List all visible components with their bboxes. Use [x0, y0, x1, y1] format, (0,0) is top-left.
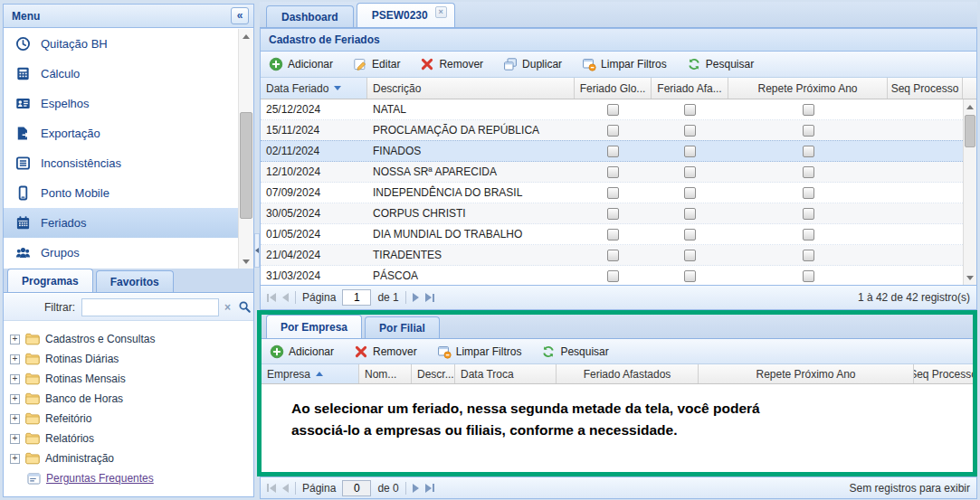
- tree-node-refeitorio[interactable]: +Refeitório: [4, 409, 253, 429]
- checkbox-feriado-afastados[interactable]: [684, 187, 696, 199]
- tree-node-relatorios[interactable]: +Relatórios: [4, 429, 253, 448]
- column-header-data-feriado[interactable]: Data Feriado: [261, 78, 367, 99]
- table-row[interactable]: 21/04/2024 TIRADENTES: [261, 245, 963, 266]
- last-page-button[interactable]: [425, 484, 434, 493]
- checkbox-feriado-global[interactable]: [607, 146, 619, 157]
- column-header-seq-processo[interactable]: Seq Processo: [914, 364, 973, 383]
- tab-psew0230[interactable]: PSEW0230 ×: [357, 3, 455, 27]
- tree-node-rotinas-diarias[interactable]: +Rotinas Diárias: [4, 349, 253, 369]
- column-header-descricao[interactable]: Descrição: [367, 78, 575, 99]
- expand-plus-icon[interactable]: +: [10, 434, 20, 444]
- grid-scrollbar[interactable]: [963, 99, 976, 285]
- menu-scrollbar[interactable]: [238, 29, 253, 269]
- checkbox-feriado-global[interactable]: [607, 229, 619, 241]
- scroll-up-icon[interactable]: [964, 99, 976, 114]
- remover-button[interactable]: Remover: [420, 57, 483, 71]
- scrollbar-thumb[interactable]: [965, 115, 975, 147]
- checkbox-feriado-global[interactable]: [607, 125, 619, 137]
- tab-dashboard[interactable]: Dashboard: [266, 5, 354, 27]
- next-page-button[interactable]: [413, 293, 419, 302]
- table-row[interactable]: 07/09/2024 INDEPENDÊNCIA DO BRASIL: [261, 183, 963, 203]
- expand-plus-icon[interactable]: +: [10, 335, 20, 344]
- menu-item-inconsistencias[interactable]: Inconsistências: [4, 148, 253, 178]
- checkbox-feriado-global[interactable]: [607, 187, 619, 199]
- column-header-seq-processo[interactable]: Seq Processo: [888, 78, 963, 99]
- checkbox-feriado-global[interactable]: [607, 104, 619, 116]
- tab-por-filial[interactable]: Por Filial: [365, 316, 440, 338]
- column-header-data-troca[interactable]: Data Troca: [455, 364, 557, 383]
- last-page-button[interactable]: [425, 293, 434, 302]
- remover-button[interactable]: Remover: [354, 344, 417, 359]
- menu-item-feriados[interactable]: Feriados: [4, 208, 253, 238]
- tree-node-rotinas-mensais[interactable]: +Rotinas Mensais: [4, 369, 253, 389]
- scroll-up-icon[interactable]: [239, 29, 253, 43]
- column-header-feriado-afastados[interactable]: Feriado Afa...: [652, 78, 728, 99]
- close-tab-icon[interactable]: ×: [435, 6, 447, 18]
- column-header-nome[interactable]: Nom...: [359, 364, 412, 383]
- collapse-sidebar-button[interactable]: «: [231, 7, 249, 24]
- prev-page-button[interactable]: [282, 293, 289, 302]
- checkbox-feriado-global[interactable]: [607, 208, 619, 220]
- checkbox-repete-proximo-ano[interactable]: [803, 125, 814, 137]
- tree-node-cadastros[interactable]: +Cadastros e Consultas: [4, 329, 253, 349]
- checkbox-feriado-afastados[interactable]: [684, 208, 696, 220]
- adicionar-button[interactable]: Adicionar: [269, 57, 333, 71]
- checkbox-feriado-afastados[interactable]: [684, 229, 696, 241]
- pesquisar-button[interactable]: Pesquisar: [541, 344, 608, 359]
- menu-item-grupos[interactable]: Grupos: [4, 238, 253, 268]
- tab-programas[interactable]: Programas: [7, 269, 93, 292]
- checkbox-feriado-afastados[interactable]: [684, 104, 696, 116]
- table-row[interactable]: 25/12/2024 NATAL: [261, 99, 963, 120]
- limpar-filtros-button[interactable]: Limpar Filtros: [582, 57, 667, 71]
- expand-plus-icon[interactable]: +: [10, 414, 20, 424]
- page-number-input[interactable]: [342, 289, 371, 306]
- first-page-button[interactable]: [267, 293, 276, 302]
- checkbox-feriado-afastados[interactable]: [684, 125, 696, 137]
- expand-plus-icon[interactable]: +: [10, 374, 20, 384]
- faq-link[interactable]: Perguntas Frequentes: [46, 472, 154, 485]
- table-row[interactable]: 12/10/2024 NOSSA SRª APARECIDA: [261, 162, 963, 183]
- checkbox-feriado-afastados[interactable]: [684, 146, 696, 157]
- limpar-filtros-button[interactable]: Limpar Filtros: [437, 344, 522, 359]
- checkbox-repete-proximo-ano[interactable]: [803, 229, 814, 241]
- table-row[interactable]: 01/05/2024 DIA MUNDIAL DO TRABALHO: [261, 224, 963, 245]
- table-row[interactable]: 30/05/2024 CORPUS CHRISTI: [261, 203, 963, 224]
- tab-por-empresa[interactable]: Por Empresa: [266, 315, 362, 338]
- search-icon[interactable]: [236, 298, 253, 316]
- table-row-selected[interactable]: 02/11/2024 FINADOS: [261, 140, 963, 162]
- adicionar-button[interactable]: Adicionar: [270, 344, 334, 359]
- checkbox-feriado-global[interactable]: [607, 166, 619, 178]
- tab-favoritos[interactable]: Favoritos: [96, 270, 174, 292]
- checkbox-repete-proximo-ano[interactable]: [803, 146, 814, 157]
- prev-page-button[interactable]: [282, 484, 289, 493]
- checkbox-feriado-afastados[interactable]: [684, 270, 696, 282]
- checkbox-repete-proximo-ano[interactable]: [803, 208, 814, 220]
- duplicar-button[interactable]: Duplicar: [503, 57, 562, 71]
- column-header-repete-proximo-ano[interactable]: Repete Próximo Ano: [699, 364, 914, 383]
- tree-node-perguntas-frequentes[interactable]: Perguntas Frequentes: [4, 468, 253, 488]
- next-page-button[interactable]: [413, 484, 419, 493]
- checkbox-feriado-global[interactable]: [607, 250, 619, 261]
- table-row[interactable]: 31/03/2024 PÁSCOA: [261, 266, 963, 285]
- menu-item-ponto-mobile[interactable]: Ponto Mobile: [4, 178, 253, 208]
- table-row[interactable]: 15/11/2024 PROCLAMAÇÃO DA REPÚBLICA: [261, 120, 963, 141]
- tree-node-banco-de-horas[interactable]: +Banco de Horas: [4, 389, 253, 409]
- pesquisar-button[interactable]: Pesquisar: [687, 57, 754, 71]
- column-header-repete-proximo-ano[interactable]: Repete Próximo Ano: [728, 78, 888, 99]
- checkbox-repete-proximo-ano[interactable]: [803, 187, 814, 199]
- editar-button[interactable]: Editar: [353, 57, 400, 71]
- checkbox-feriado-afastados[interactable]: [684, 166, 696, 178]
- menu-item-espelhos[interactable]: Espelhos: [4, 89, 253, 118]
- menu-item-exportacao[interactable]: Exportação: [4, 118, 253, 148]
- column-header-empresa[interactable]: Empresa: [262, 364, 359, 383]
- expand-plus-icon[interactable]: +: [10, 354, 20, 364]
- tree-node-administracao[interactable]: +Administração: [4, 448, 253, 468]
- filter-input[interactable]: [81, 298, 219, 316]
- checkbox-repete-proximo-ano[interactable]: [803, 270, 814, 282]
- checkbox-repete-proximo-ano[interactable]: [803, 104, 814, 116]
- menu-item-calculo[interactable]: Cálculo: [4, 59, 253, 89]
- column-header-descricao[interactable]: Descr...: [412, 364, 455, 383]
- expand-plus-icon[interactable]: +: [10, 394, 20, 404]
- page-number-input[interactable]: [342, 480, 371, 496]
- scroll-down-icon[interactable]: [964, 270, 976, 285]
